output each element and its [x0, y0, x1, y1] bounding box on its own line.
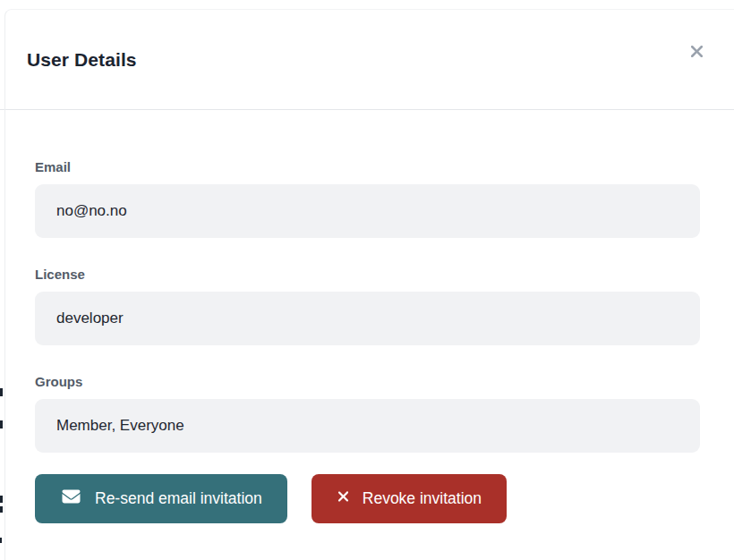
envelope-icon [60, 488, 82, 510]
page-title: User Details [27, 49, 137, 71]
email-value: no@no.no [56, 202, 127, 220]
x-icon [687, 42, 706, 64]
modal-body: Email no@no.no License developer Groups … [5, 110, 734, 523]
license-value: developer [56, 310, 124, 327]
resend-invitation-button[interactable]: Re-send email invitation [35, 474, 287, 523]
email-field-group: Email no@no.no [35, 159, 700, 238]
email-label: Email [35, 159, 700, 175]
email-field[interactable]: no@no.no [35, 184, 700, 238]
action-buttons: Re-send email invitation Revoke invitati… [35, 474, 700, 523]
x-icon [337, 488, 350, 509]
groups-field-group: Groups Member, Everyone [35, 374, 700, 453]
license-field[interactable]: developer [35, 292, 700, 345]
background-text-fragment [0, 506, 3, 513]
background-text-fragment [0, 388, 3, 396]
license-label: License [35, 267, 700, 283]
groups-field[interactable]: Member, Everyone [35, 399, 700, 453]
groups-value: Member, Everyone [56, 417, 184, 435]
groups-label: Groups [35, 374, 700, 390]
background-text-fragment [0, 496, 3, 503]
revoke-invitation-button[interactable]: Revoke invitation [312, 474, 507, 523]
background-text-fragment [0, 538, 2, 543]
revoke-invitation-label: Revoke invitation [363, 489, 482, 508]
modal-header: User Details [5, 10, 734, 110]
resend-invitation-label: Re-send email invitation [95, 489, 262, 508]
close-button[interactable] [684, 40, 709, 65]
background-text-fragment [0, 420, 3, 428]
license-field-group: License developer [35, 267, 700, 345]
user-details-modal: User Details Email no@no.no License deve… [4, 9, 734, 560]
